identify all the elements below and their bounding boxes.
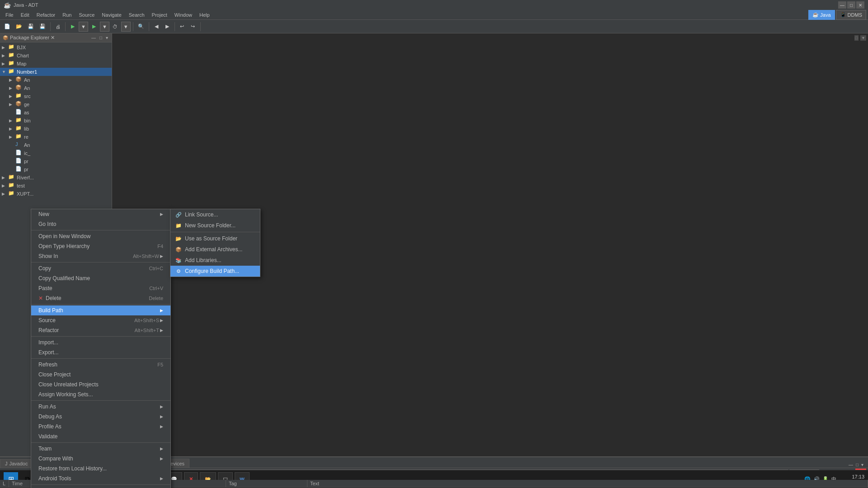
ctx-open-new-window[interactable]: Open in New Window — [31, 231, 170, 241]
panel-maximize-btn[interactable]: □ — [99, 35, 103, 41]
ctx-sep-5 — [31, 358, 170, 359]
ctx-open-type-hierarchy[interactable]: Open Type Hierarchy F4 — [31, 241, 170, 251]
search-button[interactable]: 🔍 — [136, 21, 146, 32]
profile-dropdown[interactable]: ▼ — [121, 22, 131, 32]
ctx-android-tools[interactable]: Android Tools ▶ — [31, 474, 170, 483]
ctx-refactor[interactable]: Refactor Alt+Shift+T ▶ — [31, 325, 170, 335]
ctx-source[interactable]: Source Alt+Shift+S ▶ — [31, 315, 170, 325]
ctx-properties[interactable]: Properties Alt+Enter — [31, 486, 170, 488]
ctx-run-as[interactable]: Run As ▶ — [31, 402, 170, 412]
tab-javadoc[interactable]: J Javadoc — [0, 459, 33, 468]
tree-item-xupt[interactable]: ▶ 📁 XUPT... — [0, 190, 112, 198]
ctx-validate[interactable]: Validate — [31, 432, 170, 441]
tree-item-re[interactable]: ▶ 📁 re — [0, 133, 112, 141]
ctx-profile-as[interactable]: Profile As ▶ — [31, 422, 170, 432]
tree-item-ge[interactable]: ▶ 📦 ge — [0, 100, 112, 108]
ctx-build-path[interactable]: Build Path ▶ — [31, 305, 170, 315]
editor-maximize[interactable]: ▼ — [860, 35, 866, 41]
menu-file[interactable]: File — [2, 10, 17, 19]
sub-add-libraries[interactable]: 📚 Add Libraries... — [170, 255, 260, 266]
menu-run[interactable]: Run — [59, 10, 75, 19]
ctx-copy-qualified-name[interactable]: Copy Qualified Name — [31, 273, 170, 283]
col-level[interactable]: L — [0, 480, 9, 487]
ctx-assign-working-sets[interactable]: Assign Working Sets... — [31, 389, 170, 399]
menu-edit[interactable]: Edit — [17, 10, 33, 19]
col-text[interactable]: Text — [307, 480, 868, 487]
redo-button[interactable]: ↪ — [188, 21, 198, 32]
sub-link-source[interactable]: 🔗 Link Source... — [170, 209, 260, 220]
minimize-button[interactable]: — — [838, 1, 846, 9]
tree-item-an2[interactable]: ▶ 📦 An — [0, 84, 112, 92]
menu-project[interactable]: Project — [148, 10, 171, 19]
ctx-refresh[interactable]: Refresh F5 — [31, 360, 170, 370]
menu-refactor[interactable]: Refactor — [33, 10, 59, 19]
debug-button[interactable]: ▶ — [68, 21, 78, 32]
ctx-new[interactable]: New ▶ — [31, 209, 170, 219]
sub-use-source-folder[interactable]: 📂 Use as Source Folder — [170, 233, 260, 244]
ctx-close-unrelated[interactable]: Close Unrelated Projects — [31, 380, 170, 389]
bottom-panel-view[interactable]: ▾ — [860, 462, 864, 468]
tree-item-test[interactable]: ▶ 📁 test — [0, 182, 112, 190]
menu-navigate[interactable]: Navigate — [98, 10, 125, 19]
ctx-restore-local[interactable]: Restore from Local History... — [31, 464, 170, 474]
new-button[interactable]: 📄 — [2, 21, 13, 32]
run-dropdown[interactable]: ▼ — [79, 22, 88, 32]
tree-item-bjx[interactable]: ▶ 📁 BJX — [0, 43, 112, 52]
tree-item-river[interactable]: ▶ 📁 Riverf... — [0, 174, 112, 182]
ctx-debug-as[interactable]: Debug As ▶ — [31, 412, 170, 422]
sub-new-source-folder[interactable]: 📁 New Source Folder... — [170, 220, 260, 231]
tree-item-lib[interactable]: ▶ 📁 lib — [0, 125, 112, 133]
river-label: Riverf... — [17, 175, 34, 180]
prev-button[interactable]: ◀ — [151, 21, 161, 32]
run-button[interactable]: ▶ — [89, 21, 99, 32]
tree-item-src[interactable]: ▶ 📁 src — [0, 92, 112, 100]
tree-item-ic[interactable]: ▶ 📄 ic_ — [0, 149, 112, 157]
panel-minimize-btn[interactable]: — — [90, 35, 97, 41]
save-button[interactable]: 💾 — [25, 21, 36, 32]
bin-arrow: ▶ — [9, 118, 15, 123]
toolbar: 📄 📂 💾 💾 🖨 ▶ ▼ ▶ ▼ ⏱ ▼ 🔍 ◀ ▶ ↩ ↪ — [0, 20, 868, 33]
menu-help[interactable]: Help — [196, 10, 213, 19]
menu-source[interactable]: Source — [75, 10, 98, 19]
ctx-copy[interactable]: Copy Ctrl+C — [31, 263, 170, 273]
build-path-submenu: 🔗 Link Source... 📁 New Source Folder... … — [170, 209, 260, 277]
bottom-panel-max[interactable]: □ — [855, 462, 859, 468]
tree-item-an3[interactable]: ▶ J An — [0, 141, 112, 149]
tree-item-pr1[interactable]: ▶ 📄 pr — [0, 157, 112, 165]
profile-button[interactable]: ⏱ — [110, 21, 120, 32]
tree-item-chart[interactable]: ▶ 📁 Chart — [0, 52, 112, 60]
undo-button[interactable]: ↩ — [177, 21, 187, 32]
perspective-ddms[interactable]: 📱 DDMS — [836, 10, 866, 20]
menu-window[interactable]: Window — [171, 10, 196, 19]
maximize-button[interactable]: □ — [847, 1, 855, 9]
close-button[interactable]: ✕ — [856, 1, 864, 9]
bottom-panel-min[interactable]: — — [848, 462, 854, 468]
next-button[interactable]: ▶ — [162, 21, 172, 32]
ctx-show-in[interactable]: Show In Alt+Shift+W ▶ — [31, 251, 170, 261]
ctx-paste[interactable]: Paste Ctrl+V — [31, 283, 170, 293]
ctx-export[interactable]: Export... — [31, 347, 170, 357]
menu-search[interactable]: Search — [125, 10, 148, 19]
print-button[interactable]: 🖨 — [53, 21, 63, 32]
sub-add-external-archives[interactable]: 📦 Add External Archives... — [170, 244, 260, 255]
ctx-compare-with[interactable]: Compare With ▶ — [31, 454, 170, 464]
tree-item-number1[interactable]: ▼ 📁 Number1 — [0, 68, 112, 76]
tree-item-an1[interactable]: ▶ 📦 An — [0, 76, 112, 84]
col-tag[interactable]: Tag — [226, 480, 307, 487]
sub-configure-build-path[interactable]: ⚙ Configure Build Path... — [170, 266, 260, 277]
ctx-delete[interactable]: ✕ Delete Delete — [31, 293, 170, 303]
ctx-go-into[interactable]: Go Into — [31, 219, 170, 229]
ctx-close-project[interactable]: Close Project — [31, 370, 170, 380]
ctx-team[interactable]: Team ▶ — [31, 444, 170, 454]
ctx-import[interactable]: Import... — [31, 338, 170, 347]
open-button[interactable]: 📂 — [14, 21, 24, 32]
debug-dropdown[interactable]: ▼ — [100, 22, 109, 32]
perspective-java[interactable]: ☕ Java — [808, 10, 835, 20]
tree-item-as[interactable]: ▶ 📄 as — [0, 108, 112, 117]
save-all-button[interactable]: 💾 — [37, 21, 48, 32]
tree-item-pr2[interactable]: ▶ 📄 pr — [0, 165, 112, 174]
tree-item-bin[interactable]: ▶ 📁 bin — [0, 117, 112, 125]
tree-item-map[interactable]: ▶ 📁 Map — [0, 60, 112, 68]
panel-view-btn[interactable]: ▾ — [105, 35, 109, 41]
editor-minimize[interactable]: □ — [854, 35, 859, 41]
